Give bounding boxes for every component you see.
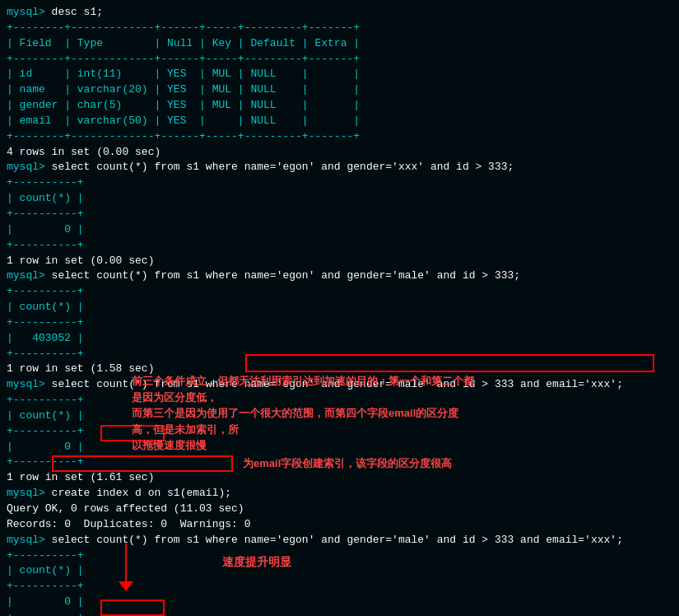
terminal-window: mysql> desc s1;+--------+-------------+-…	[0, 0, 679, 616]
terminal-line-l42: | count(*) |	[7, 563, 672, 579]
terminal-line-l1: mysql> desc s1;	[7, 5, 672, 21]
terminal-line-l15: +----------+	[7, 207, 672, 222]
terminal-line-l38: Records: 0 Duplicates: 0 Warnings: 0	[7, 517, 672, 533]
terminal-line-l17: +----------+	[7, 238, 672, 254]
terminal-line-l36: mysql> create index d on s1(email);	[7, 486, 672, 502]
terminal-line-l9: +--------+-------------+------+-----+---…	[7, 129, 672, 145]
terminal-line-l40: mysql> select count(*) from s1 where nam…	[7, 533, 672, 548]
terminal-line-l21: +----------+	[7, 284, 672, 300]
terminal-line-l4: +--------+-------------+------+-----+---…	[7, 52, 672, 68]
terminal-line-l23: +----------+	[7, 315, 672, 331]
terminal-line-l41: +----------+	[7, 548, 672, 564]
terminal-line-l45: +----------+	[7, 610, 672, 616]
annotation-2: 为email字段创建索引，该字段的区分度很高	[243, 455, 531, 472]
terminal-line-l7: | gender | char(5) | YES | MUL | NULL | …	[7, 98, 672, 114]
terminal-line-l18: 1 row in set (0.00 sec)	[7, 254, 672, 269]
terminal-line-l34: 1 row in set (1.61 sec)	[7, 470, 672, 486]
red-arrow-head	[119, 581, 133, 591]
terminal-line-l12: mysql> select count(*) from s1 where nam…	[7, 160, 672, 175]
annotation-3: 速度提升明显	[222, 553, 291, 571]
terminal-line-l2: +--------+-------------+------+-----+---…	[7, 21, 672, 36]
terminal-line-l5: | id | int(11) | YES | MUL | NULL | |	[7, 67, 672, 82]
terminal-line-l44: | 0 |	[7, 595, 672, 610]
terminal-line-l16: | 0 |	[7, 222, 672, 238]
terminal-line-l8: | email | varchar(50) | YES | | NULL | |	[7, 114, 672, 129]
terminal-line-l20: mysql> select count(*) from s1 where nam…	[7, 268, 672, 284]
terminal-line-l37: Query OK, 0 rows affected (11.03 sec)	[7, 502, 672, 517]
terminal-line-l25: +----------+	[7, 347, 672, 362]
annotation-1: 前三个条件成立，但都无法利用索引达到加速的目的：第一个和第二个都是因为区分度低，…	[132, 373, 477, 454]
terminal-line-l22: | count(*) |	[7, 300, 672, 315]
terminal-line-l43: +----------+	[7, 579, 672, 595]
terminal-line-l10: 4 rows in set (0.00 sec)	[7, 145, 672, 161]
terminal-line-l14: | count(*) |	[7, 191, 672, 207]
terminal-line-l3: | Field | Type | Null | Key | Default | …	[7, 36, 672, 52]
terminal-line-l24: | 403052 |	[7, 331, 672, 347]
terminal-line-l13: +----------+	[7, 175, 672, 191]
terminal-line-l6: | name | varchar(20) | YES | MUL | NULL …	[7, 82, 672, 98]
red-arrow	[125, 544, 127, 585]
